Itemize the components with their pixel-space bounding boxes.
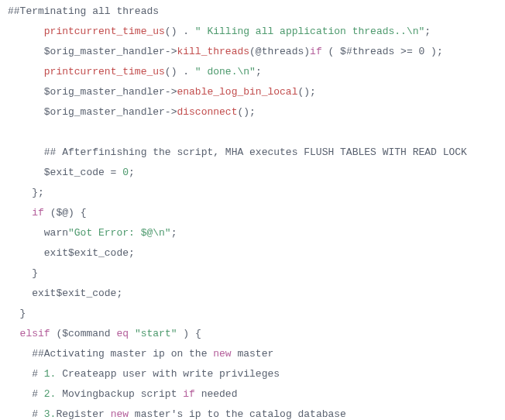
code-line: $orig_master_handler->enable_log_bin_loc… — [8, 86, 316, 98]
code-line: printcurrent_time_us() . " done.\n"; — [8, 66, 262, 77]
code-line: $exit_code = 0; — [8, 167, 135, 178]
code-line: $orig_master_handler->disconnect(); — [8, 106, 256, 118]
code-line: $orig_master_handler->kill_threads(@thre… — [8, 46, 443, 57]
code-line: ##Activating master ip on the new master — [8, 348, 273, 360]
code-line: # 1. Createapp user with write privilege… — [8, 368, 280, 380]
code-line: } — [8, 267, 38, 279]
code-line: # 3.Register new master's ip to the cata… — [8, 408, 346, 420]
code-line: warn"Got Error: $@\n"; — [8, 227, 177, 239]
code-line: if ($@) { — [8, 207, 86, 219]
code-line: } — [8, 308, 26, 319]
code-line: elsif ($command eq "start" ) { — [8, 328, 201, 339]
code-line: exit$exit_code; — [8, 287, 122, 299]
code-line: ##Terminating all threads — [8, 5, 159, 17]
code-line: # 2. Movingbackup script if needed — [8, 388, 237, 400]
code-line: exit$exit_code; — [8, 247, 135, 259]
code-line: }; — [8, 187, 44, 198]
code-block: ##Terminating all threads printcurrent_t… — [0, 0, 505, 420]
code-line: printcurrent_time_us() . " Killing all a… — [8, 26, 431, 37]
code-line: ## Afterfinishing the script, MHA execut… — [8, 146, 467, 158]
